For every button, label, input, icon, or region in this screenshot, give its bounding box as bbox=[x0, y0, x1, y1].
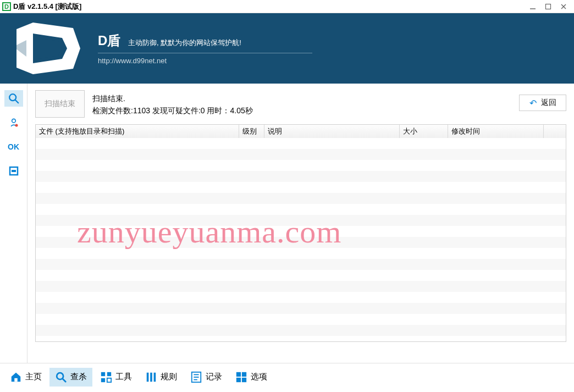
nav-tools-label: 工具 bbox=[115, 372, 132, 382]
sidebar-ok[interactable]: OK bbox=[4, 139, 23, 155]
svg-point-13 bbox=[15, 124, 18, 127]
square-icon bbox=[9, 166, 19, 176]
sidebar-square[interactable] bbox=[4, 163, 23, 179]
svg-rect-19 bbox=[101, 372, 105, 376]
nav-rules-label: 规则 bbox=[161, 372, 177, 382]
banner-text: D盾 主动防御, 默默为你的网站保驾护航! http://www.d99net.… bbox=[98, 32, 312, 65]
svg-rect-30 bbox=[236, 372, 241, 376]
svg-point-12 bbox=[12, 119, 15, 123]
svg-text:D: D bbox=[4, 3, 9, 10]
tools-icon bbox=[100, 371, 112, 383]
col-mtime[interactable]: 修改时间 bbox=[448, 125, 544, 138]
app-icon: D bbox=[2, 2, 11, 11]
home-icon bbox=[10, 371, 22, 383]
sidebar-threat[interactable] bbox=[4, 114, 23, 131]
svg-line-11 bbox=[15, 100, 18, 103]
results-table: 文件 (支持拖放目录和扫描) 级别 说明 大小 修改时间 bbox=[35, 124, 566, 342]
titlebar: D D盾 v2.1.5.4 [测试版] bbox=[0, 0, 574, 13]
header-banner: D盾 主动防御, 默默为你的网站保驾护航! http://www.d99net.… bbox=[0, 13, 574, 84]
return-button[interactable]: ↶ 返回 bbox=[519, 95, 566, 111]
svg-rect-22 bbox=[107, 378, 111, 382]
minimize-button[interactable] bbox=[529, 3, 537, 10]
app-name: D盾 bbox=[98, 32, 120, 49]
col-size[interactable]: 大小 bbox=[400, 125, 448, 138]
svg-marker-8 bbox=[38, 38, 62, 59]
search-icon bbox=[55, 371, 67, 383]
undo-icon: ↶ bbox=[529, 98, 537, 108]
nav-log[interactable]: 记录 bbox=[185, 368, 228, 387]
nav-home-label: 主页 bbox=[25, 372, 42, 382]
col-desc[interactable]: 说明 bbox=[264, 125, 400, 138]
svg-rect-15 bbox=[12, 170, 16, 172]
nav-log-label: 记录 bbox=[206, 372, 222, 382]
nav-rules[interactable]: 规则 bbox=[140, 368, 183, 387]
svg-rect-25 bbox=[154, 372, 156, 382]
window-controls bbox=[529, 3, 572, 10]
main-panel: 扫描结束 扫描结束. 检测文件数:1103 发现可疑文件:0 用时：4.05秒 … bbox=[27, 84, 574, 363]
fingerprint-icon bbox=[8, 117, 19, 128]
svg-rect-21 bbox=[101, 378, 105, 382]
nav-options-label: 选项 bbox=[251, 372, 267, 382]
scan-button[interactable]: 扫描结束 bbox=[35, 90, 85, 118]
maximize-button[interactable] bbox=[544, 3, 552, 10]
app-url: http://www.d99net.net bbox=[98, 57, 312, 65]
svg-rect-20 bbox=[107, 372, 111, 376]
nav-scan[interactable]: 查杀 bbox=[49, 368, 92, 387]
scan-detail: 检测文件数:1103 发现可疑文件:0 用时：4.05秒 bbox=[92, 104, 511, 117]
table-body[interactable] bbox=[36, 138, 566, 342]
scan-status: 扫描结束. bbox=[92, 92, 511, 104]
nav-home[interactable]: 主页 bbox=[4, 368, 47, 387]
col-level[interactable]: 级别 bbox=[239, 125, 264, 138]
nav-options[interactable]: 选项 bbox=[230, 368, 273, 387]
window-title: D盾 v2.1.5.4 [测试版] bbox=[13, 2, 529, 12]
logo bbox=[10, 18, 81, 79]
col-spacer bbox=[544, 125, 566, 138]
svg-line-18 bbox=[63, 378, 66, 382]
close-button[interactable] bbox=[560, 3, 567, 10]
search-icon bbox=[8, 92, 20, 104]
sidebar-scan[interactable] bbox=[4, 90, 23, 107]
rules-icon bbox=[145, 371, 157, 383]
scan-info: 扫描结束. 检测文件数:1103 发现可疑文件:0 用时：4.05秒 bbox=[92, 90, 511, 117]
options-icon bbox=[235, 371, 247, 383]
nav-scan-label: 查杀 bbox=[70, 372, 87, 382]
app-subtitle: 主动防御, 默默为你的网站保驾护航! bbox=[128, 38, 241, 48]
return-label: 返回 bbox=[541, 98, 556, 108]
svg-rect-23 bbox=[147, 372, 149, 382]
svg-rect-31 bbox=[242, 372, 246, 376]
banner-divider bbox=[98, 53, 312, 53]
log-icon bbox=[190, 371, 202, 383]
svg-rect-3 bbox=[546, 4, 551, 9]
svg-rect-32 bbox=[236, 377, 241, 382]
ok-icon: OK bbox=[8, 142, 19, 151]
sidebar: OK bbox=[0, 84, 27, 363]
table-header: 文件 (支持拖放目录和扫描) 级别 说明 大小 修改时间 bbox=[36, 125, 566, 138]
content-area: OK 扫描结束 扫描结束. 检测文件数:1103 发现可疑文件:0 用时：4.0… bbox=[0, 84, 574, 363]
col-file[interactable]: 文件 (支持拖放目录和扫描) bbox=[36, 125, 239, 138]
nav-tools[interactable]: 工具 bbox=[95, 368, 137, 387]
bottom-nav: 主页 查杀 工具 规则 记录 选项 bbox=[0, 363, 574, 390]
svg-rect-24 bbox=[150, 372, 152, 382]
scan-bar: 扫描结束 扫描结束. 检测文件数:1103 发现可疑文件:0 用时：4.05秒 … bbox=[35, 90, 566, 118]
svg-rect-33 bbox=[242, 377, 246, 382]
svg-rect-16 bbox=[14, 378, 18, 381]
